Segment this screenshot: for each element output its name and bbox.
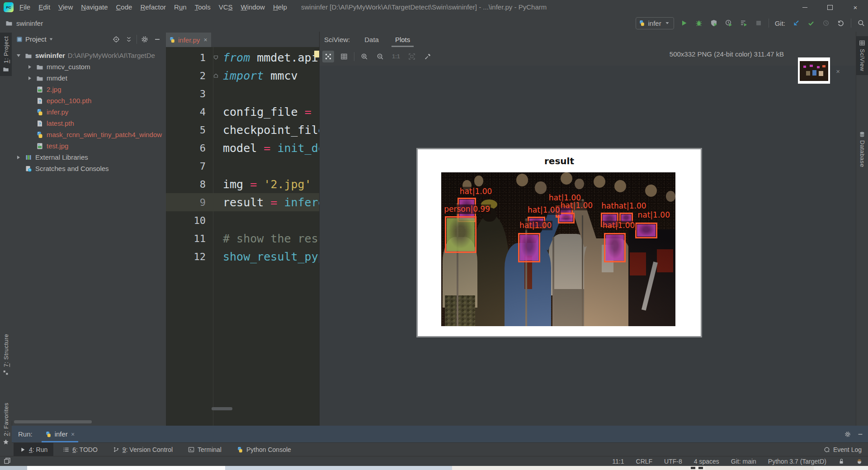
tree-row-infer-py[interactable]: infer.py — [12, 106, 166, 118]
close-icon[interactable]: × — [203, 36, 207, 43]
event-log-label: Event Log — [833, 446, 862, 453]
run-configuration-select[interactable]: infer — [636, 17, 674, 29]
maximize-button[interactable] — [817, 0, 843, 14]
toolwindow-button-terminal[interactable]: Terminal — [182, 443, 227, 456]
menu-item-window[interactable]: Window — [237, 0, 269, 14]
toolwindow-button-6-todo[interactable]: 6: TODO — [57, 443, 104, 456]
sidebar-item-project[interactable]: 1: Project — [0, 33, 12, 76]
layout-icon[interactable] — [4, 457, 11, 465]
menu-item-code[interactable]: Code — [112, 0, 137, 14]
tree-row-swininfer[interactable]: swininferD:\AI\PyMyWork\AI\TargetDe — [12, 50, 166, 61]
plot-thumbnail[interactable] — [798, 57, 830, 84]
editor-pane[interactable]: infer.py × 1from mmdet.apis2import mmcv3… — [166, 32, 319, 426]
chevron-collapsed-icon[interactable] — [25, 65, 35, 69]
locate-file-button[interactable] — [111, 34, 121, 44]
settings-gear-icon[interactable] — [140, 34, 150, 44]
editor-tab-infer-py[interactable]: infer.py × — [166, 33, 211, 47]
git-commit-button[interactable] — [806, 18, 816, 28]
tab-plots[interactable]: Plots — [387, 32, 418, 47]
tree-row-mmcv-custom[interactable]: mmcv_custom — [12, 61, 166, 72]
editor-horizontal-scrollbar[interactable] — [212, 407, 232, 410]
background-window-strip — [0, 466, 868, 470]
grid-mode-button[interactable] — [322, 51, 334, 62]
actual-size-button: 1:1 — [390, 51, 402, 62]
line-number: 2 — [166, 70, 212, 81]
close-button[interactable]: × — [843, 0, 868, 14]
zoom-out-button[interactable] — [374, 51, 386, 62]
status-item-4-spaces[interactable]: 4 spaces — [694, 458, 719, 465]
menu-item-help[interactable]: Help — [269, 0, 291, 14]
git-rollback-button[interactable] — [836, 18, 846, 28]
fold-marker-icon[interactable] — [212, 55, 219, 60]
code-area[interactable]: 1from mmdet.apis2import mmcv34config_fil… — [166, 47, 319, 427]
chevron-expanded-icon[interactable] — [14, 54, 24, 57]
toolwindow-button-9-version-control[interactable]: 9: Version Control — [107, 443, 179, 456]
menu-item-navigate[interactable]: Navigate — [77, 0, 112, 14]
menu-item-file[interactable]: File — [15, 0, 34, 14]
color-picker-icon[interactable] — [422, 51, 434, 62]
collapse-all-button[interactable] — [124, 34, 134, 44]
tree-row-test-jpg[interactable]: test.jpg — [12, 140, 166, 152]
segmentation-mask — [560, 214, 573, 222]
git-update-button[interactable] — [791, 18, 801, 28]
sidebar-item-favorites[interactable]: 2: Favorites — [0, 399, 12, 449]
lock-icon[interactable] — [838, 458, 844, 465]
debug-button[interactable] — [694, 18, 704, 28]
zoom-in-button[interactable] — [359, 51, 370, 62]
toolwindow-button-python-console[interactable]: Python Console — [231, 443, 297, 456]
status-item-git-main[interactable]: Git: main — [731, 458, 756, 465]
tree-row-epoch-100-pth[interactable]: ?epoch_100.pth — [12, 95, 166, 106]
menu-item-edit[interactable]: Edit — [34, 0, 54, 14]
tree-item-label: mmcv_custom — [45, 63, 90, 71]
status-item-utf-8[interactable]: UTF-8 — [664, 458, 682, 465]
profiler-button[interactable] — [724, 18, 734, 28]
status-item-crlf[interactable]: CRLF — [636, 458, 653, 465]
table-mode-button[interactable] — [338, 51, 350, 62]
menu-item-view[interactable]: View — [54, 0, 77, 14]
code-line-2: 2import mmcv — [166, 66, 319, 85]
status-item-python-3-7-targetd-[interactable]: Python 3.7 (TargetD) — [768, 458, 826, 465]
chevron-down-icon[interactable] — [49, 38, 52, 40]
settings-gear-icon[interactable] — [844, 431, 851, 437]
event-log-button[interactable]: Event Log — [824, 443, 862, 456]
sidebar-item-database[interactable]: Database — [856, 128, 868, 171]
menu-item-refactor[interactable]: Refactor — [136, 0, 170, 14]
sidebar-item-sciview[interactable]: SciView — [856, 36, 868, 75]
code-line-3: 3 — [166, 85, 319, 103]
tree-row-mmdet[interactable]: mmdet — [12, 72, 166, 84]
menu-item-tools[interactable]: Tools — [191, 0, 215, 14]
breadcrumb: swininfer — [16, 19, 43, 27]
menu-item-vcs[interactable]: VCS — [215, 0, 237, 14]
toolwindow-button-4-run[interactable]: 4: Run — [14, 443, 53, 456]
close-icon[interactable]: × — [836, 68, 840, 75]
tree-row-2-jpg[interactable]: 2.jpg — [12, 84, 166, 95]
run-tab-infer[interactable]: infer × — [41, 426, 79, 442]
highlighting-level-icon[interactable] — [856, 458, 863, 465]
close-icon[interactable]: × — [71, 431, 75, 438]
status-item-11-1[interactable]: 11:1 — [612, 458, 624, 465]
hide-panel-button[interactable] — [857, 431, 863, 437]
tree-row-mask-rcnn-swin-tiny-patch4-window[interactable]: mask_rcnn_swin_tiny_patch4_window — [12, 129, 166, 140]
folder-icon — [24, 52, 33, 59]
run-button[interactable] — [679, 18, 689, 28]
concurrency-button[interactable] — [739, 18, 749, 28]
sciview-label: SciView: — [320, 36, 356, 43]
menu-item-run[interactable]: Run — [170, 0, 191, 14]
chevron-collapsed-icon[interactable] — [14, 156, 24, 159]
fold-marker-icon[interactable] — [212, 73, 219, 78]
tree-row-latest-pth[interactable]: ?latest.pth — [12, 118, 166, 129]
segmentation-mask — [520, 235, 538, 261]
project-panel-title[interactable]: Project — [25, 35, 47, 43]
search-everywhere-icon[interactable] — [856, 18, 866, 28]
navigation-bar[interactable]: swininfer — [5, 14, 43, 32]
minimize-button[interactable] — [792, 0, 817, 14]
chevron-collapsed-icon[interactable] — [25, 76, 35, 80]
coverage-button[interactable] — [709, 18, 719, 28]
tab-data[interactable]: Data — [356, 32, 387, 47]
line-number: 6 — [166, 142, 212, 154]
sidebar-item-structure[interactable]: 7: Structure — [0, 330, 12, 380]
tree-row-scratches-and-consoles[interactable]: Scratches and Consoles — [12, 163, 166, 174]
hide-panel-button[interactable] — [152, 34, 162, 44]
tree-row-external-libraries[interactable]: External Libraries — [12, 152, 166, 163]
project-horizontal-scrollbar[interactable] — [14, 420, 92, 423]
